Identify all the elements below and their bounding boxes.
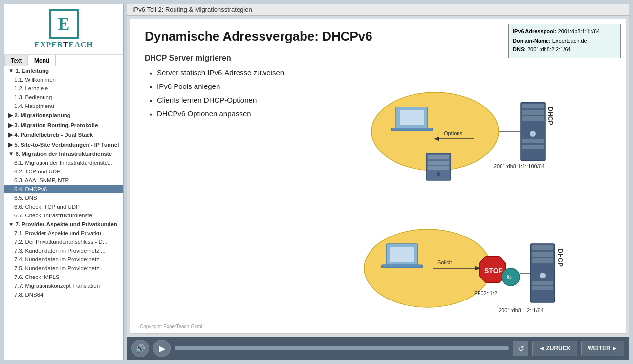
nav-item[interactable]: 7.7. Migrationskonzept Translation bbox=[4, 281, 123, 290]
tab-menu[interactable]: Menü bbox=[28, 55, 56, 66]
logo-icon: E bbox=[49, 9, 79, 39]
infobox-row3: DNS: 2001:db8:2:2:1/64 bbox=[513, 45, 616, 54]
bottom-diagram: Solicit STOP ↻ FF02::1: bbox=[337, 205, 621, 332]
svg-rect-15 bbox=[522, 145, 544, 149]
sidebar: E EXPERTEACH Text Menü ▼ 1. Einleitung1.… bbox=[4, 4, 124, 360]
refresh-button[interactable]: ↺ bbox=[513, 341, 528, 356]
nav-item[interactable]: 1.3. Bedienung bbox=[4, 93, 123, 102]
volume-button[interactable]: 🔊 bbox=[131, 340, 149, 357]
infobox-row2: Domain-Name: Experteach.de bbox=[513, 37, 616, 45]
infobox-row1: IPv6 Adresspool: 2001:db8:1:1::/64 bbox=[513, 27, 616, 36]
infobox-label2: Domain-Name: bbox=[513, 38, 551, 43]
forward-button[interactable]: WEITER ► bbox=[581, 341, 624, 356]
svg-text:2001:db8:1:2::1/64: 2001:db8:1:2::1/64 bbox=[499, 307, 544, 313]
nav-item[interactable]: 6.2. TCP und UDP bbox=[4, 167, 123, 176]
bullet-4: DHCPv6 Optionen anpassen bbox=[150, 109, 369, 118]
nav-item[interactable]: 1.4. Hauptmenü bbox=[4, 102, 123, 110]
slide-subtitle: DHCP Server migrieren bbox=[145, 54, 369, 63]
copyright: Copyright: ExperTeach GmbH bbox=[140, 324, 205, 329]
svg-rect-39 bbox=[532, 286, 553, 290]
player-bar: 🔊 ▶ ↺ ◄ ZURÜCK WEITER ► bbox=[127, 337, 629, 360]
back-button[interactable]: ◄ ZURÜCK bbox=[532, 341, 577, 356]
infobox-value1: 2001:db8:1:1::/64 bbox=[558, 28, 600, 34]
volume-icon: 🔊 bbox=[135, 344, 145, 353]
bullet-2: IPv6 Pools anlegen bbox=[150, 82, 369, 91]
nav-item[interactable]: 7.8. DNS64 bbox=[4, 290, 123, 299]
svg-rect-3 bbox=[400, 110, 424, 125]
content-area: IPv6 Teil 2: Routing & Migrationsstrateg… bbox=[127, 4, 629, 360]
svg-rect-25 bbox=[390, 247, 414, 262]
svg-text:FF02::1:2: FF02::1:2 bbox=[474, 290, 497, 296]
svg-rect-11 bbox=[522, 110, 544, 115]
svg-text:2001:db8:1:1::100/64: 2001:db8:1:1::100/64 bbox=[494, 163, 545, 169]
info-box: IPv6 Adresspool: 2001:db8:1:1::/64 Domai… bbox=[508, 24, 621, 58]
refresh-icon: ↺ bbox=[518, 344, 524, 353]
play-button[interactable]: ▶ bbox=[153, 340, 171, 357]
svg-rect-7 bbox=[428, 166, 449, 170]
infobox-label1: IPv6 Adresspool: bbox=[513, 28, 556, 34]
tabs-row: Text Menü bbox=[4, 55, 123, 66]
nav-item[interactable]: 7.2. Der Privatkundenanschluss - D... bbox=[4, 237, 123, 246]
svg-rect-34 bbox=[532, 245, 553, 250]
logo-area: E EXPERTEACH bbox=[4, 4, 123, 55]
nav-item[interactable]: 6.3. AAA, SNMP, NTP bbox=[4, 176, 123, 185]
content-header: IPv6 Teil 2: Routing & Migrationsstrateg… bbox=[127, 4, 629, 16]
top-diagram-svg: DHCP Options 2001:db8: bbox=[337, 63, 621, 190]
svg-rect-12 bbox=[522, 116, 544, 121]
play-icon: ▶ bbox=[159, 344, 165, 353]
bullet-1: Server statisch IPv6-Adresse zuweisen bbox=[150, 68, 369, 77]
infobox-label3: DNS: bbox=[513, 46, 526, 52]
nav-item[interactable]: ▶ 4. Parallelbetrieb - Dual Stack bbox=[4, 130, 123, 140]
nav-item[interactable]: ▶ 2. Migrationsplanung bbox=[4, 110, 123, 120]
nav-item[interactable]: ▼ 1. Einleitung bbox=[4, 66, 123, 75]
nav-item[interactable]: ▶ 5. Site-to-Site Verbindungen - IP Tunn… bbox=[4, 140, 123, 150]
nav-item[interactable]: ▶ 3. Migration Routing-Protokolle bbox=[4, 120, 123, 130]
progress-bar[interactable] bbox=[175, 346, 509, 350]
top-diagram: DHCP Options 2001:db8: bbox=[337, 63, 621, 190]
nav-item[interactable]: 7.5. Kundendaten im Providernetz:... bbox=[4, 264, 123, 273]
infobox-value3: 2001:db8:2:2:1/64 bbox=[527, 46, 571, 52]
svg-point-8 bbox=[437, 172, 440, 176]
svg-text:↻: ↻ bbox=[506, 274, 512, 281]
svg-rect-5 bbox=[428, 155, 449, 159]
infobox-value2: Experteach.de bbox=[552, 38, 587, 43]
svg-rect-10 bbox=[522, 104, 544, 108]
nav-tree: ▼ 1. Einleitung1.1. Willkommen1.2. Lernz… bbox=[4, 66, 123, 360]
nav-item[interactable]: 6.1. Migration der Infrastrukturdienste.… bbox=[4, 158, 123, 167]
nav-item[interactable]: ▼ 6. Migration der Infrastrukturdienste bbox=[4, 150, 123, 158]
svg-rect-6 bbox=[428, 161, 449, 165]
nav-item[interactable]: 6.5. DNS bbox=[4, 193, 123, 202]
bottom-diagram-svg: Solicit STOP ↻ FF02::1: bbox=[337, 205, 621, 332]
nav-item[interactable]: 7.4. Kundendaten im Providernetz:... bbox=[4, 255, 123, 264]
svg-rect-36 bbox=[532, 258, 553, 263]
nav-item[interactable]: 7.6. Check: MPLS bbox=[4, 273, 123, 281]
svg-text:DHCP: DHCP bbox=[547, 107, 554, 125]
bullet-list: Server statisch IPv6-Adresse zuweisen IP… bbox=[150, 68, 369, 118]
nav-item[interactable]: 1.2. Lernziele bbox=[4, 84, 123, 93]
nav-item[interactable]: 6.6. Check: TCP und UDP bbox=[4, 202, 123, 211]
bullet-3: Clients lernen DHCP-Optionen bbox=[150, 96, 369, 105]
svg-text:Options: Options bbox=[444, 130, 462, 136]
svg-text:STOP: STOP bbox=[484, 267, 503, 275]
slide-area: Dynamische Adressvergabe: DHCPv6 DHCP Se… bbox=[130, 19, 626, 334]
nav-item[interactable]: 7.3. Kundendaten im Providernetz:... bbox=[4, 246, 123, 255]
svg-rect-2 bbox=[391, 128, 433, 131]
nav-item[interactable]: ▼ 7. Provider-Aspekte und Privatkunden bbox=[4, 220, 123, 229]
svg-rect-38 bbox=[532, 281, 553, 285]
svg-text:Solicit: Solicit bbox=[437, 259, 452, 265]
logo-text: EXPERTEACH bbox=[34, 41, 93, 49]
svg-rect-24 bbox=[381, 265, 423, 268]
progress-bar-fill bbox=[175, 346, 492, 350]
tab-text[interactable]: Text bbox=[4, 55, 28, 66]
svg-text:DHCP: DHCP bbox=[557, 249, 564, 267]
nav-item[interactable]: 1.1. Willkommen bbox=[4, 75, 123, 84]
nav-item[interactable]: 6.4. DHCPv6 bbox=[4, 185, 123, 193]
svg-rect-14 bbox=[522, 139, 544, 143]
svg-point-37 bbox=[540, 273, 546, 278]
svg-point-13 bbox=[530, 131, 536, 137]
diagram-area: IPv6 Adresspool: 2001:db8:1:1::/64 Domai… bbox=[337, 24, 621, 334]
svg-rect-35 bbox=[532, 252, 553, 257]
nav-item[interactable]: 6.7. Check: Infrastrukturdienste bbox=[4, 211, 123, 220]
content-title: IPv6 Teil 2: Routing & Migrationsstrateg… bbox=[132, 6, 252, 13]
nav-item[interactable]: 7.1. Provider-Aspekte und Privatku... bbox=[4, 229, 123, 237]
